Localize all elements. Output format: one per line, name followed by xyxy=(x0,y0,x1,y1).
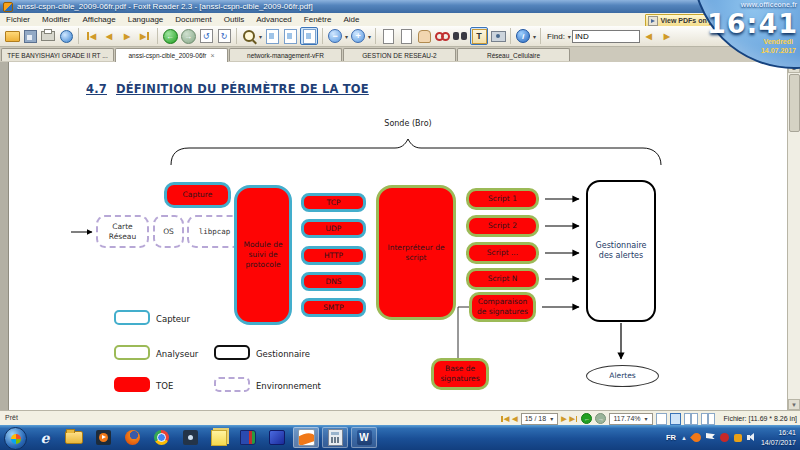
hand-tool-button[interactable] xyxy=(416,28,432,44)
actual-size-button[interactable] xyxy=(264,28,280,44)
menu-fenetre[interactable]: Fenêtre xyxy=(298,13,338,26)
tab-gestion-de-reseau[interactable]: GESTION DE RESEAU-2 xyxy=(343,48,456,61)
previous-view-button[interactable]: ← xyxy=(162,28,178,44)
status-forward-view-button[interactable]: → xyxy=(595,413,606,424)
taskbar-file-explorer[interactable] xyxy=(61,427,87,448)
zoom-tool-dropdown[interactable]: ▾ xyxy=(259,33,262,40)
tab-reseau-cellulaire[interactable]: Réseau_Cellulaire xyxy=(457,48,570,61)
open-file-button[interactable] xyxy=(4,28,20,44)
zoom-in-dropdown[interactable]: ▾ xyxy=(368,33,371,40)
taskbar-sticky-notes[interactable] xyxy=(206,427,232,448)
next-view-button[interactable]: → xyxy=(180,28,196,44)
reading-mode-button[interactable] xyxy=(434,28,450,44)
page-number-combo[interactable]: 15 / 18 ▾ xyxy=(521,413,558,425)
tab-anssi-cspn-cible[interactable]: anssi-cspn-cible_2009-06fr × xyxy=(115,48,228,62)
tab-network-management[interactable]: network-management-vFR xyxy=(229,48,342,61)
action-center-flag-icon[interactable] xyxy=(706,433,715,442)
taskbar-word[interactable]: W xyxy=(351,427,377,448)
last-page-button[interactable]: ▶ xyxy=(137,28,153,44)
search-button[interactable] xyxy=(452,28,468,44)
taskbar-dictionary[interactable] xyxy=(235,427,261,448)
tray-time: 16:41 xyxy=(761,428,796,437)
rotate-right-button[interactable]: ↻ xyxy=(216,28,232,44)
first-page-button[interactable]: ◀ xyxy=(83,28,99,44)
single-page-button[interactable] xyxy=(380,28,396,44)
scrollbar-thumb[interactable] xyxy=(789,74,800,132)
status-first-page-button[interactable]: ◀ xyxy=(500,415,509,423)
web-button[interactable] xyxy=(58,28,74,44)
rotate-right-icon: ↻ xyxy=(218,29,231,43)
vertical-scrollbar[interactable]: ▲ ▼ xyxy=(787,62,800,410)
taskbar-firefox[interactable] xyxy=(119,427,145,448)
taskbar-clock[interactable]: 16:41 14/07/2017 xyxy=(761,428,796,446)
save-button[interactable] xyxy=(22,28,38,44)
find-input[interactable] xyxy=(572,30,640,43)
taskbar-calculator[interactable] xyxy=(322,427,348,448)
menu-advanced[interactable]: Advanced xyxy=(250,13,298,26)
last-page-icon xyxy=(147,32,149,40)
continuous-page-button[interactable] xyxy=(398,28,414,44)
rotate-left-button[interactable]: ↺ xyxy=(198,28,214,44)
find-next-button[interactable]: ▶ xyxy=(659,28,675,44)
previous-page-button[interactable]: ◀ xyxy=(101,28,117,44)
taskbar-app-dark[interactable] xyxy=(177,427,203,448)
rotate-left-icon: ↺ xyxy=(200,29,213,43)
tab-close-icon[interactable]: × xyxy=(210,52,214,59)
taskbar-ebook[interactable] xyxy=(264,427,290,448)
page-combo-dropdown[interactable]: ▾ xyxy=(550,415,553,422)
snapshot-button[interactable] xyxy=(490,28,506,44)
status-last-page-button[interactable]: ▶ xyxy=(570,415,579,423)
language-indicator[interactable]: FR xyxy=(666,433,676,442)
legend-toe-label: TOE xyxy=(156,381,173,391)
menu-modifier[interactable]: Modifier xyxy=(36,13,76,26)
info-dropdown[interactable]: ▾ xyxy=(533,33,536,40)
start-button[interactable] xyxy=(4,427,27,450)
toolbar-separator xyxy=(157,28,158,44)
tray-date: 14/07/2017 xyxy=(761,438,796,447)
taskbar-foxit-reader[interactable] xyxy=(293,427,319,448)
overlay-time: 16:41 xyxy=(707,8,798,39)
find-options-dropdown[interactable]: ▾ xyxy=(568,33,571,40)
taskbar-media-player[interactable] xyxy=(90,427,116,448)
taskbar-internet-explorer[interactable]: e xyxy=(32,427,58,448)
fit-page-button[interactable] xyxy=(282,28,298,44)
fit-width-button[interactable] xyxy=(300,27,318,45)
taskbar-chrome[interactable] xyxy=(148,427,174,448)
find-previous-button[interactable]: ◀ xyxy=(641,28,657,44)
scroll-down-icon[interactable]: ▼ xyxy=(788,399,800,410)
zoom-out-dropdown[interactable]: ▾ xyxy=(345,33,348,40)
continuous-view-button[interactable] xyxy=(670,413,681,425)
zoom-tool-button[interactable] xyxy=(241,28,257,44)
word-icon: W xyxy=(357,430,372,445)
menu-aide[interactable]: Aide xyxy=(337,13,365,26)
avast-tray-icon[interactable] xyxy=(690,431,703,444)
menu-language[interactable]: Language xyxy=(122,13,170,26)
update-tray-icon[interactable] xyxy=(734,434,742,442)
zoom-out-button[interactable]: − xyxy=(327,28,343,44)
status-next-page-button[interactable]: ▶ xyxy=(561,415,566,423)
antivirus-tray-icon[interactable] xyxy=(720,433,729,442)
zoom-combo-dropdown[interactable]: ▾ xyxy=(645,415,648,422)
info-button[interactable]: i xyxy=(515,28,531,44)
menu-outils[interactable]: Outils xyxy=(218,13,250,26)
menu-fichier[interactable]: Fichier xyxy=(0,13,36,26)
legend-capteur-label: Capteur xyxy=(156,314,190,324)
menu-document[interactable]: Document xyxy=(169,13,217,26)
tray-expand-icon[interactable]: ▲ xyxy=(681,435,687,441)
status-prev-page-button[interactable]: ◀ xyxy=(512,415,517,423)
main-toolbar: ◀ ◀ ▶ ▶ ← → ↺ ↻ ▾ − ▾ + ▾ T i ▾ Find: ▾ … xyxy=(0,26,800,47)
zoom-level-combo[interactable]: 117.74% ▾ xyxy=(609,413,652,425)
tab-tfe-banyishayi[interactable]: TFE BANYISHAYI GRADE II RT ... xyxy=(1,48,114,61)
continuous-facing-view-button[interactable] xyxy=(701,413,715,425)
zoom-in-button[interactable]: + xyxy=(350,28,366,44)
volume-icon[interactable] xyxy=(747,433,756,442)
interpreteur-box: Interpréteur de script xyxy=(376,185,456,320)
next-page-button[interactable]: ▶ xyxy=(119,28,135,44)
text-select-button[interactable]: T xyxy=(470,27,488,45)
facing-view-button[interactable] xyxy=(684,413,698,425)
print-button[interactable] xyxy=(40,28,56,44)
single-page-view-button[interactable] xyxy=(656,413,667,425)
menu-affichage[interactable]: Affichage xyxy=(76,13,121,26)
status-back-view-button[interactable]: ← xyxy=(581,413,592,424)
carte-reseau-box: Carte Réseau xyxy=(96,215,149,248)
